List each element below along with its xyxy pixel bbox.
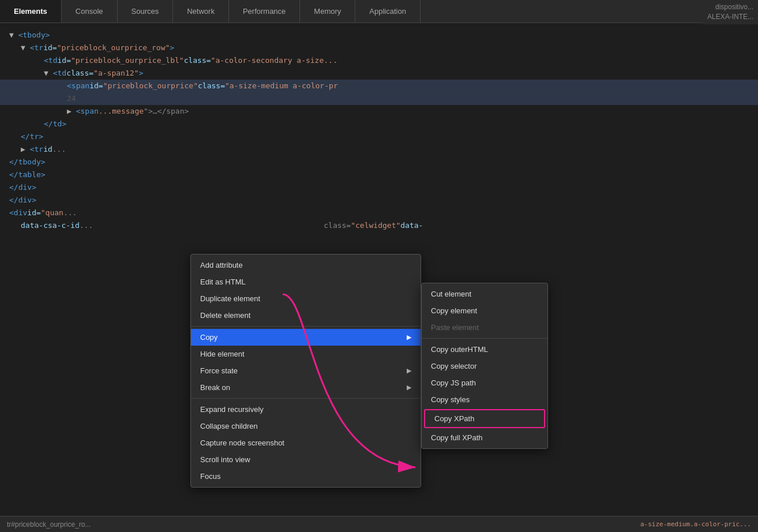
code-line: </table> bbox=[0, 168, 758, 181]
tab-memory[interactable]: Memory bbox=[300, 0, 355, 23]
menu-item-delete[interactable]: Delete element bbox=[191, 307, 421, 324]
menu-item-break-on[interactable]: Break on ▶ bbox=[191, 379, 421, 396]
menu-item-add-attribute[interactable]: Add attribute bbox=[191, 257, 421, 274]
submenu-item-copy-element[interactable]: Copy element bbox=[422, 302, 547, 319]
code-line: ▶ <span ...message">…</span> bbox=[0, 105, 758, 118]
submenu-divider bbox=[422, 338, 547, 339]
menu-item-collapse[interactable]: Collapse children bbox=[191, 418, 421, 434]
submenu-item-cut[interactable]: Cut element bbox=[422, 286, 547, 302]
menu-item-hide[interactable]: Hide element bbox=[191, 346, 421, 362]
copy-submenu: Cut element Copy element Paste element C… bbox=[421, 283, 548, 449]
code-line: 24 bbox=[0, 92, 758, 105]
status-text: tr#priceblock_ourprice_ro... bbox=[7, 520, 91, 529]
menu-item-duplicate[interactable]: Duplicate element bbox=[191, 290, 421, 307]
tab-bar: Elements Console Sources Network Perform… bbox=[0, 0, 758, 23]
code-line: </div> bbox=[0, 181, 758, 194]
top-right-info: dispositivo... ALEXA-INTE... bbox=[703, 0, 758, 24]
chevron-right-icon: ▶ bbox=[407, 367, 411, 374]
menu-item-focus[interactable]: Focus bbox=[191, 468, 421, 485]
code-line: ▼ <tr id="priceblock_ourprice_row"> bbox=[0, 42, 758, 54]
menu-item-force-state[interactable]: Force state ▶ bbox=[191, 362, 421, 379]
submenu-item-copy-outerhtml[interactable]: Copy outerHTML bbox=[422, 341, 547, 358]
code-line: <td id="priceblock_ourprice_lbl" class="… bbox=[0, 54, 758, 67]
code-line: </tbody> bbox=[0, 156, 758, 168]
menu-item-scroll[interactable]: Scroll into view bbox=[191, 451, 421, 468]
top-right-line2: ALEXA-INTE... bbox=[707, 12, 753, 22]
menu-item-expand[interactable]: Expand recursively bbox=[191, 401, 421, 418]
menu-item-copy[interactable]: Copy ▶ bbox=[191, 329, 421, 346]
tab-console[interactable]: Console bbox=[62, 0, 118, 23]
code-line: ▼ <tbody> bbox=[0, 29, 758, 42]
submenu-item-paste[interactable]: Paste element bbox=[422, 319, 547, 336]
submenu-item-copy-selector[interactable]: Copy selector bbox=[422, 358, 547, 374]
code-line: </div> bbox=[0, 194, 758, 207]
menu-item-edit-html[interactable]: Edit as HTML bbox=[191, 274, 421, 290]
tab-network[interactable]: Network bbox=[173, 0, 229, 23]
menu-divider bbox=[191, 398, 421, 399]
code-line: ▶ <tr id... bbox=[0, 143, 758, 156]
tab-performance[interactable]: Performance bbox=[229, 0, 300, 23]
chevron-right-icon: ▶ bbox=[407, 384, 411, 391]
tab-elements[interactable]: Elements bbox=[0, 0, 62, 23]
menu-divider bbox=[191, 326, 421, 327]
code-line: data-csa-c-id... class="celwidget" data- bbox=[0, 219, 758, 232]
status-bar: tr#priceblock_ourprice_ro... a-size-medi… bbox=[0, 516, 758, 532]
submenu-item-copy-xpath[interactable]: Copy XPath bbox=[424, 409, 545, 428]
submenu-item-copy-styles[interactable]: Copy styles bbox=[422, 391, 547, 408]
chevron-right-icon: ▶ bbox=[407, 334, 411, 341]
code-line: <div id="quan... bbox=[0, 207, 758, 219]
submenu-item-copy-full-xpath[interactable]: Copy full XPath bbox=[422, 429, 547, 446]
context-menu: Add attribute Edit as HTML Duplicate ele… bbox=[190, 254, 421, 488]
code-line: </tr> bbox=[0, 130, 758, 143]
code-line: ▼ <td class="a-span12"> bbox=[0, 67, 758, 80]
menu-item-capture[interactable]: Capture node screenshot bbox=[191, 434, 421, 451]
tab-sources[interactable]: Sources bbox=[118, 0, 174, 23]
submenu-item-copy-jspath[interactable]: Copy JS path bbox=[422, 374, 547, 391]
code-line: </td> bbox=[0, 118, 758, 130]
top-right-line1: dispositivo... bbox=[715, 2, 753, 12]
code-line: <span id="priceblock_ourprice" class="a-… bbox=[0, 80, 758, 92]
tab-application[interactable]: Application bbox=[355, 0, 421, 23]
